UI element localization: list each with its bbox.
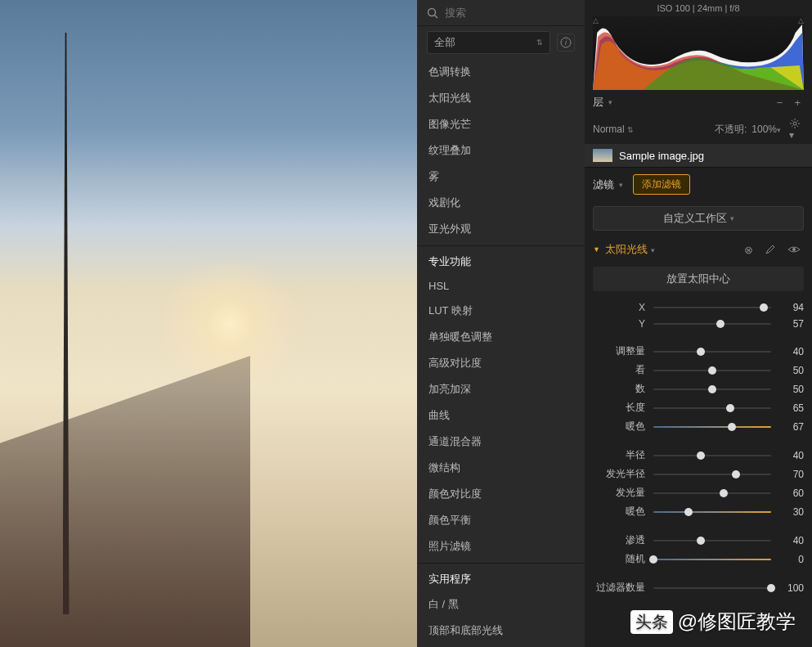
slider-row: Y57 [593, 316, 804, 332]
slider-track[interactable] [653, 474, 771, 475]
slider-thumb[interactable] [728, 423, 736, 431]
filter-list-item[interactable]: 单独暖色调整 [417, 324, 585, 350]
slider-thumb[interactable] [708, 385, 716, 393]
slider-label: 长度 [593, 401, 645, 415]
filter-list-item[interactable]: 曲线 [417, 402, 585, 429]
opacity-value[interactable]: 100%▾ [751, 124, 781, 135]
slider-track[interactable] [653, 540, 771, 541]
filter-list-item[interactable]: 颜色对比度 [417, 481, 585, 507]
filter-list-item[interactable]: 顶部和底部光线 [417, 618, 585, 644]
slider-track[interactable] [653, 407, 771, 409]
slider-track[interactable] [653, 323, 771, 325]
slider-thumb[interactable] [697, 348, 705, 356]
slider-track[interactable] [653, 351, 771, 353]
slider-thumb[interactable] [649, 555, 657, 564]
workspace-select[interactable]: 自定义工作区▾ [593, 206, 804, 231]
slider-row: 发光半径70 [593, 465, 804, 483]
slider-value[interactable]: 0 [779, 554, 804, 565]
filter-list-item[interactable]: 高级对比度 [417, 350, 585, 376]
filter-list-item[interactable]: HSL [417, 274, 585, 298]
layer-thumbnail [593, 149, 612, 162]
slider-value[interactable]: 70 [779, 469, 804, 480]
slider-thumb[interactable] [760, 303, 768, 312]
slider-thumb[interactable] [767, 584, 775, 592]
slider-track[interactable] [653, 492, 771, 494]
slider-value[interactable]: 40 [779, 450, 804, 461]
filter-list-item[interactable]: 色调转换 [417, 59, 585, 85]
slider-value[interactable]: 67 [779, 421, 804, 433]
reset-icon[interactable]: ⊗ [741, 244, 756, 256]
filter-list-item[interactable]: 亚光外观 [417, 216, 585, 242]
chevron-down-icon[interactable]: ▾ [619, 181, 623, 189]
filter-list-item[interactable]: 颜色平衡 [417, 507, 585, 533]
highlight-clip-icon[interactable]: △ [798, 16, 804, 25]
filter-list-item[interactable]: 白 / 黑 [417, 591, 585, 618]
filter-list-item[interactable]: 加亮加深 [417, 376, 585, 402]
slider-track[interactable] [653, 370, 771, 371]
slider-value[interactable]: 50 [779, 384, 804, 395]
slider-track[interactable] [653, 307, 771, 308]
filter-list-item[interactable]: 高光 / 阴影 [417, 644, 585, 647]
filter-list-item[interactable]: 太阳光线 [417, 85, 585, 111]
slider-value[interactable]: 30 [779, 506, 804, 518]
slider-value[interactable]: 60 [779, 487, 804, 499]
slider-thumb[interactable] [732, 470, 740, 479]
slider-thumb[interactable] [720, 489, 728, 497]
add-layer-button[interactable]: + [791, 97, 804, 109]
filter-list-item[interactable]: 雾 [417, 164, 585, 190]
image-preview[interactable] [0, 0, 417, 647]
info-button[interactable]: i [557, 34, 575, 52]
slider-thumb[interactable] [726, 404, 734, 412]
slider-value[interactable]: 40 [779, 535, 804, 546]
filter-list-item[interactable]: 图像光芒 [417, 111, 585, 137]
slider-row: 暖色30 [593, 502, 804, 521]
filter-list-item[interactable]: LUT 映射 [417, 298, 585, 324]
filter-list-item[interactable]: 纹理叠加 [417, 137, 585, 164]
properties-panel: ISO 100 | 24mm | f/8 △ △ 层 ▾ − + Normal … [585, 0, 812, 647]
slider-label: 渗透 [593, 533, 645, 547]
slider-row: X94 [593, 299, 804, 316]
slider-track[interactable] [653, 389, 771, 390]
eye-icon[interactable] [784, 245, 804, 254]
slider-track[interactable] [653, 455, 771, 456]
brush-icon[interactable] [761, 244, 779, 255]
slider-track[interactable] [653, 426, 771, 428]
filter-list-item[interactable]: 戏剧化 [417, 190, 585, 216]
slider-label: 暖色 [593, 420, 645, 434]
slider-thumb[interactable] [716, 320, 725, 328]
slider-track[interactable] [653, 587, 771, 589]
slider-thumb[interactable] [708, 366, 716, 375]
slider-value[interactable]: 57 [779, 318, 804, 330]
svg-point-4 [793, 122, 796, 125]
collapse-icon[interactable]: ▼ [593, 245, 600, 254]
filter-list-item[interactable]: 通道混合器 [417, 429, 585, 455]
slider-row: 半径40 [593, 446, 804, 465]
slider-row: 过滤器数量100 [593, 578, 804, 597]
slider-value[interactable]: 65 [779, 402, 804, 414]
blend-mode-select[interactable]: Normal ⇅ [593, 124, 634, 135]
place-sun-button[interactable]: 放置太阳中心 [593, 267, 804, 291]
slider-value[interactable]: 50 [779, 365, 804, 376]
gear-icon[interactable]: ▾ [786, 118, 804, 141]
remove-layer-button[interactable]: − [774, 97, 787, 109]
filter-list-item[interactable]: 微结构 [417, 455, 585, 481]
slider-thumb[interactable] [697, 537, 705, 545]
chevron-down-icon[interactable]: ▾ [608, 98, 612, 106]
slider-track[interactable] [653, 559, 771, 560]
filter-list-item[interactable]: 照片滤镜 [417, 533, 585, 559]
slider-value[interactable]: 100 [779, 582, 804, 594]
search-input[interactable] [445, 7, 583, 19]
slider-value[interactable]: 94 [779, 302, 804, 313]
shadow-clip-icon[interactable]: △ [593, 16, 599, 25]
layer-item[interactable]: Sample image.jpg [585, 144, 812, 167]
slider-value[interactable]: 40 [779, 346, 804, 357]
slider-thumb[interactable] [684, 508, 693, 516]
slider-thumb[interactable] [697, 452, 705, 460]
slider-track[interactable] [653, 511, 771, 513]
add-filter-button[interactable]: 添加滤镜 [633, 174, 690, 195]
histogram[interactable]: △ △ [593, 16, 804, 90]
filter-category-select[interactable]: 全部 ⇅ [427, 31, 550, 54]
search-icon [427, 7, 438, 19]
sun-flare-overlay [148, 242, 312, 406]
slider-row: 发光量60 [593, 483, 804, 502]
